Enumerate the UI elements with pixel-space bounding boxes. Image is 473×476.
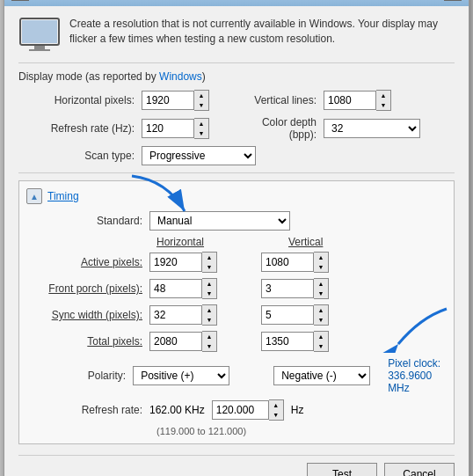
horizontal-pixels-spin[interactable]: 1920 ▲ ▼: [142, 90, 209, 111]
info-section: Create a resolution that is not currentl…: [18, 17, 455, 52]
total-pixels-v-spin[interactable]: 1350 ▲ ▼: [261, 331, 329, 352]
total-pixels-v-down[interactable]: ▼: [314, 341, 328, 351]
restore-button[interactable]: ❐: [11, 0, 29, 1]
vertical-col-header: Vertical: [288, 236, 376, 248]
horizontal-pixels-input[interactable]: 1920: [142, 91, 194, 110]
timing-collapse-button[interactable]: ▲: [26, 188, 42, 204]
active-pixels-h-spin[interactable]: 1920 ▲ ▼: [149, 252, 217, 273]
horizontal-col-header: Horizontal: [156, 236, 244, 248]
timing-refresh-hz-unit: Hz: [291, 404, 304, 416]
polarity-v-select[interactable]: Negative (-) Positive (+): [273, 366, 370, 385]
timing-refresh-hz-spin[interactable]: 120.000 ▲ ▼: [212, 399, 284, 421]
active-pixels-v-up[interactable]: ▲: [314, 253, 328, 262]
polarity-h-select[interactable]: Positive (+) Negative (-): [133, 366, 229, 385]
svg-rect-1: [22, 20, 57, 43]
range-text: (119.000 to 121.000): [156, 426, 447, 436]
display-mode-label: Display mode (as reported by Windows): [18, 70, 455, 83]
cols-header: Horizontal Vertical: [156, 236, 447, 248]
polarity-row: Polarity: Positive (+) Negative (-) Nega…: [26, 357, 447, 394]
total-pixels-h-spin[interactable]: 2080 ▲ ▼: [149, 331, 217, 352]
front-porch-v-input[interactable]: 3: [261, 279, 314, 298]
standard-label: Standard:: [26, 215, 149, 227]
color-depth-group: Color depth (bpp): 32 16 8: [236, 116, 420, 141]
horizontal-pixels-label: Horizontal pixels:: [18, 94, 142, 106]
front-porch-v-down[interactable]: ▼: [314, 289, 328, 298]
standard-select[interactable]: Manual CVT GTF: [149, 211, 290, 231]
vertical-lines-spin[interactable]: 1080 ▲ ▼: [324, 90, 391, 111]
vertical-lines-spin-btns: ▲ ▼: [376, 90, 391, 111]
info-text: Create a resolution that is not currentl…: [69, 17, 455, 47]
refresh-rate-spin-btns: ▲ ▼: [194, 118, 209, 139]
refresh-rate-up[interactable]: ▲: [194, 119, 208, 128]
row-refresh-color: Refresh rate (Hz): 120 ▲ ▼ Color depth (…: [18, 116, 455, 141]
active-pixels-h-up[interactable]: ▲: [202, 253, 216, 262]
timing-title[interactable]: Timing: [47, 190, 79, 202]
active-pixels-v-spin[interactable]: 1080 ▲ ▼: [261, 252, 329, 273]
active-pixels-h-down[interactable]: ▼: [202, 262, 216, 272]
timing-refresh-inputs: 162.00 KHz 120.000 ▲ ▼ Hz: [149, 399, 303, 421]
active-pixels-h-input[interactable]: 1920: [149, 253, 202, 272]
timing-refresh-row: Refresh rate: 162.00 KHz 120.000 ▲ ▼ Hz: [26, 399, 447, 421]
front-porch-inputs: 48 ▲ ▼ 3 ▲ ▼: [149, 278, 329, 299]
refresh-rate-spin[interactable]: 120 ▲ ▼: [142, 118, 209, 139]
vertical-lines-up[interactable]: ▲: [376, 91, 390, 100]
sync-width-v-spin[interactable]: 5 ▲ ▼: [261, 304, 329, 326]
color-depth-label: Color depth (bpp):: [236, 116, 324, 141]
sync-width-v-up[interactable]: ▲: [314, 305, 328, 315]
active-pixels-v-down[interactable]: ▼: [314, 262, 328, 272]
pixel-clock-label: Pixel clock:: [388, 357, 440, 370]
cancel-button[interactable]: Cancel: [384, 463, 455, 476]
timing-refresh-value: 162.00 KHz: [149, 404, 205, 416]
timing-refresh-hz-up[interactable]: ▲: [269, 400, 283, 410]
vertical-lines-input[interactable]: 1080: [324, 91, 376, 110]
active-pixels-row: Active pixels: 1920 ▲ ▼ 1080 ▲ ▼: [26, 252, 447, 273]
total-pixels-v-input[interactable]: 1350: [261, 332, 314, 351]
sync-width-h-spin[interactable]: 32 ▲ ▼: [149, 304, 217, 326]
close-button[interactable]: ✕: [444, 0, 462, 1]
sync-width-h-input[interactable]: 32: [149, 305, 202, 325]
timing-section: ▲ Timing Standard: Manual CVT GTF: [18, 180, 455, 444]
total-pixels-v-up[interactable]: ▲: [314, 332, 328, 341]
total-pixels-h-input[interactable]: 2080: [149, 332, 202, 351]
row-horizontal-vertical: Horizontal pixels: 1920 ▲ ▼ Vertical lin…: [18, 90, 455, 111]
color-depth-select[interactable]: 32 16 8: [324, 119, 420, 138]
svg-rect-3: [29, 49, 50, 51]
scan-type-select[interactable]: Progressive Interlaced: [142, 146, 256, 165]
sync-width-v-input[interactable]: 5: [261, 305, 314, 325]
front-porch-h-spin[interactable]: 48 ▲ ▼: [149, 278, 217, 299]
divider-2: [18, 172, 455, 173]
refresh-rate-input[interactable]: 120: [142, 119, 194, 138]
total-pixels-row: Total pixels: 2080 ▲ ▼ 1350 ▲ ▼: [26, 331, 447, 352]
front-porch-h-up[interactable]: ▲: [202, 279, 216, 289]
refresh-rate-down[interactable]: ▼: [194, 128, 208, 138]
horizontal-pixels-down[interactable]: ▼: [194, 100, 208, 110]
vertical-lines-label: Vertical lines:: [236, 94, 324, 106]
standard-row-container: Standard: Manual CVT GTF: [26, 211, 447, 231]
timing-refresh-hz-input[interactable]: 120.000: [212, 400, 269, 420]
timing-refresh-label: Refresh rate:: [26, 404, 149, 416]
test-button[interactable]: Test: [307, 463, 377, 476]
front-porch-row: Front porch (pixels): 48 ▲ ▼ 3 ▲ ▼: [26, 278, 447, 299]
front-porch-v-spin[interactable]: 3 ▲ ▼: [261, 278, 329, 299]
vertical-lines-down[interactable]: ▼: [376, 100, 390, 110]
horizontal-pixels-spin-btns: ▲ ▼: [194, 90, 209, 111]
total-pixels-h-down[interactable]: ▼: [202, 341, 216, 351]
front-porch-v-up[interactable]: ▲: [314, 279, 328, 289]
active-pixels-v-input[interactable]: 1080: [261, 253, 314, 272]
total-pixels-h-up[interactable]: ▲: [202, 332, 216, 341]
windows-link[interactable]: Windows: [159, 70, 202, 83]
button-row: Test Cancel: [18, 455, 455, 476]
sync-width-h-up[interactable]: ▲: [202, 305, 216, 315]
timing-refresh-hz-down[interactable]: ▼: [269, 410, 283, 420]
title-bar-left-controls: ❐: [11, 0, 29, 1]
sync-width-label: Sync width (pixels):: [26, 309, 149, 321]
sync-width-h-down[interactable]: ▼: [202, 315, 216, 325]
front-porch-h-down[interactable]: ▼: [202, 289, 216, 298]
front-porch-h-input[interactable]: 48: [149, 279, 202, 298]
sync-width-row: Sync width (pixels): 32 ▲ ▼ 5 ▲ ▼: [26, 304, 447, 326]
vertical-lines-group: Vertical lines: 1080 ▲ ▼: [236, 90, 391, 111]
scan-type-label: Scan type:: [18, 150, 142, 162]
title-bar-right-controls: ✕: [444, 0, 462, 1]
horizontal-pixels-up[interactable]: ▲: [194, 91, 208, 100]
sync-width-v-down[interactable]: ▼: [314, 315, 328, 325]
